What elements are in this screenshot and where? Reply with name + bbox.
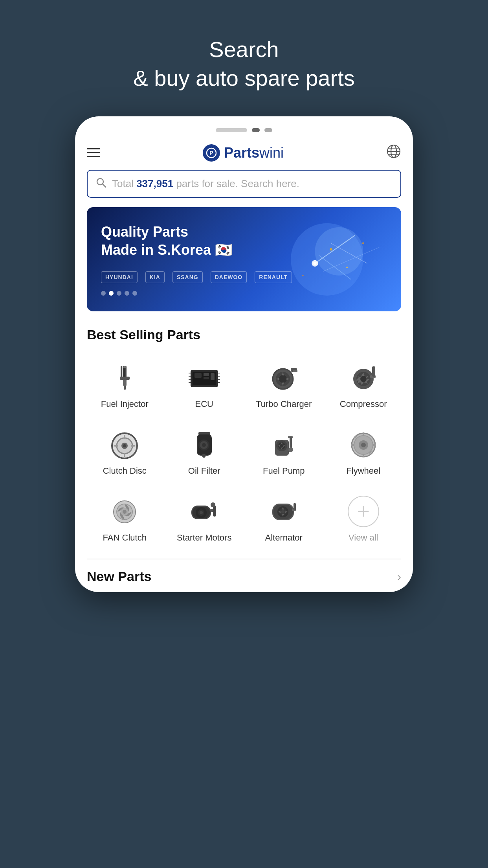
app-header: P Partswini — [87, 140, 401, 170]
svg-rect-26 — [124, 386, 126, 390]
svg-rect-32 — [204, 377, 209, 379]
hero-line1: Search — [133, 35, 354, 64]
turbo-charger-icon — [264, 362, 303, 394]
part-starter-motors[interactable]: Starter Motors — [167, 488, 242, 551]
hamburger-line2 — [87, 152, 100, 153]
oil-filter-label: Oil Filter — [188, 466, 220, 476]
view-all-icon — [348, 496, 379, 527]
svg-point-76 — [361, 443, 366, 447]
search-suffix: parts for sale. Search here. — [176, 178, 299, 189]
view-all-button[interactable]: View all — [326, 488, 402, 551]
hamburger-menu[interactable] — [87, 148, 100, 157]
clutch-disc-icon — [105, 429, 144, 460]
svg-rect-77 — [363, 432, 364, 436]
alternator-icon — [264, 496, 303, 527]
ecu-icon — [185, 362, 224, 394]
svg-rect-58 — [124, 435, 125, 439]
promo-banner[interactable]: Quality Parts Made in S.Korea 🇰🇷 HYUNDAI… — [87, 207, 401, 312]
search-placeholder: Total 337,951 parts for sale. Search her… — [112, 178, 299, 190]
svg-rect-57 — [131, 445, 135, 447]
fuel-pump-label: Fuel Pump — [263, 466, 305, 476]
banner-dot-1 — [101, 291, 106, 296]
turbo-charger-label: Turbo Charger — [256, 399, 312, 409]
svg-rect-30 — [194, 373, 202, 378]
compressor-label: Compressor — [340, 399, 387, 409]
alternator-label: Alternator — [265, 533, 303, 543]
app-logo: P Partswini — [203, 144, 284, 162]
brand-daewoo: DAEWOO — [211, 271, 247, 283]
part-fuel-injector[interactable]: Fuel Injector — [87, 354, 163, 417]
new-parts-title: New Parts — [87, 569, 151, 584]
brand-ssangyong: SSANG — [172, 271, 203, 283]
banner-dot-5 — [132, 291, 137, 296]
flywheel-label: Flywheel — [346, 466, 380, 476]
svg-rect-80 — [372, 444, 376, 446]
svg-rect-51 — [372, 366, 375, 377]
hamburger-line3 — [87, 156, 100, 157]
svg-line-8 — [103, 184, 106, 187]
fan-clutch-icon — [105, 496, 144, 527]
indicator-dot — [264, 128, 272, 132]
svg-point-86 — [123, 510, 127, 514]
indicator-active — [252, 128, 260, 132]
view-all-label: View all — [349, 533, 378, 543]
hamburger-line1 — [87, 148, 100, 149]
banner-content: Quality Parts Made in S.Korea 🇰🇷 HYUNDAI… — [101, 223, 387, 296]
hero-line2: & buy auto spare parts — [133, 64, 354, 93]
oil-filter-icon — [185, 429, 224, 460]
banner-title: Quality Parts Made in S.Korea 🇰🇷 — [101, 223, 387, 260]
phone-mockup: P Partswini — [75, 116, 413, 592]
svg-point-44 — [279, 375, 287, 383]
starter-motors-label: Starter Motors — [177, 533, 231, 543]
svg-point-55 — [123, 444, 126, 447]
page-indicators — [75, 128, 413, 132]
part-fuel-pump[interactable]: Fuel Pump — [246, 421, 322, 484]
best-selling-title: Best Selling Parts — [87, 327, 401, 342]
svg-rect-93 — [213, 506, 216, 517]
indicator-inactive — [216, 128, 247, 132]
compressor-icon — [344, 362, 383, 394]
fuel-injector-icon — [105, 362, 144, 394]
clutch-disc-label: Clutch Disc — [103, 466, 147, 476]
fan-clutch-label: FAN Clutch — [103, 533, 147, 543]
search-bar[interactable]: Total 337,951 parts for sale. Search her… — [87, 170, 401, 198]
part-oil-filter[interactable]: Oil Filter — [167, 421, 242, 484]
svg-rect-56 — [114, 445, 118, 447]
fuel-pump-icon — [264, 429, 303, 460]
svg-rect-25 — [123, 380, 127, 386]
parts-grid: Fuel Injector — [87, 354, 401, 551]
banner-pagination — [101, 291, 387, 296]
part-turbo-charger[interactable]: Turbo Charger — [246, 354, 322, 417]
banner-dot-3 — [117, 291, 121, 296]
svg-point-72 — [288, 447, 293, 452]
svg-point-99 — [281, 510, 284, 513]
part-ecu[interactable]: ECU — [167, 354, 242, 417]
best-selling-section: Best Selling Parts — [87, 327, 401, 551]
ecu-label: ECU — [195, 399, 213, 409]
section-divider — [87, 559, 401, 559]
brand-renault: RENAULT — [255, 271, 292, 283]
new-parts-arrow[interactable]: › — [397, 570, 401, 583]
brand-logos: HYUNDAI KIA SSANG DAEWOO RENAULT — [101, 271, 387, 283]
svg-point-49 — [360, 376, 367, 382]
part-fan-clutch[interactable]: FAN Clutch — [87, 488, 163, 551]
svg-rect-79 — [351, 444, 354, 446]
banner-dot-4 — [125, 291, 129, 296]
starter-motors-icon — [185, 496, 224, 527]
brand-kia: KIA — [145, 271, 165, 283]
svg-rect-31 — [204, 373, 209, 376]
banner-dot-2 — [109, 291, 114, 296]
svg-point-91 — [200, 511, 203, 514]
svg-rect-78 — [363, 454, 364, 457]
svg-point-94 — [211, 502, 215, 507]
part-compressor[interactable]: Compressor — [326, 354, 402, 417]
logo-icon: P — [203, 144, 220, 162]
part-flywheel[interactable]: Flywheel — [326, 421, 402, 484]
part-clutch-disc[interactable]: Clutch Disc — [87, 421, 163, 484]
part-alternator[interactable]: Alternator — [246, 488, 322, 551]
svg-rect-46 — [293, 370, 297, 372]
new-parts-section: New Parts › — [87, 569, 401, 592]
language-icon[interactable] — [386, 144, 401, 162]
search-icon — [95, 177, 106, 191]
svg-rect-22 — [121, 366, 122, 378]
